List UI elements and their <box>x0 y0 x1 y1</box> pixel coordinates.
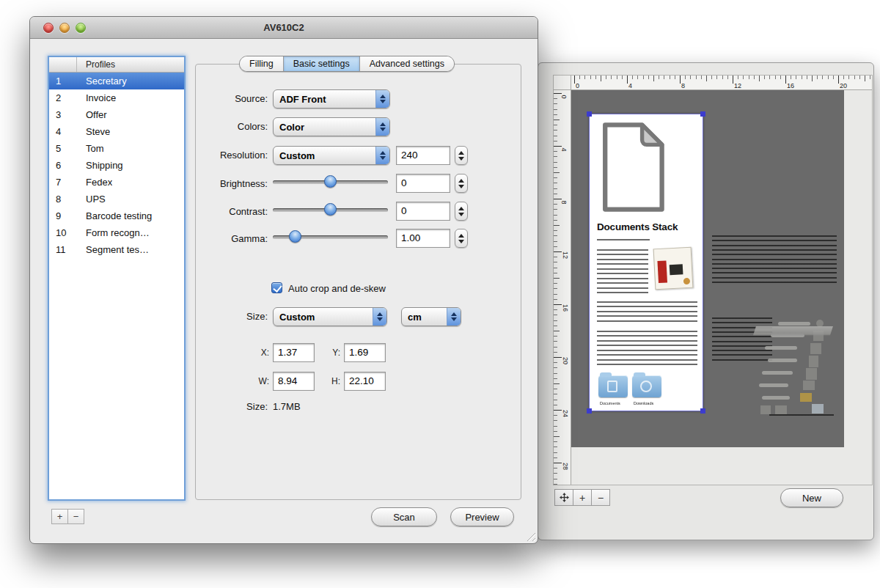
gamma-field[interactable]: 1.00 <box>396 229 450 248</box>
gamma-slider[interactable] <box>273 230 388 243</box>
tab-basic-settings[interactable]: Basic settings <box>283 56 359 71</box>
page-text-blur <box>597 249 648 295</box>
profiles-header[interactable]: Profiles <box>49 57 184 73</box>
main-window: AV610C2 Profiles 1Secretary2Invoice3Offe… <box>29 16 538 544</box>
profiles-list[interactable]: 1Secretary2Invoice3Offer4Steve5Tom6Shipp… <box>49 73 184 258</box>
brightness-label: Brightness: <box>196 178 268 189</box>
tab-filling[interactable]: Filling <box>240 56 283 71</box>
folder-label: Downloads <box>634 401 653 405</box>
inline-image-coin <box>683 278 690 284</box>
popup-arrows-icon <box>375 118 389 136</box>
add-profile-button[interactable]: + <box>51 509 68 524</box>
stack-graphic <box>758 322 835 410</box>
source-label: Source: <box>196 93 268 104</box>
tab-bar: FillingBasic settingsAdvanced settings <box>239 56 455 72</box>
profile-row[interactable]: 5Tom <box>49 140 184 157</box>
tab-advanced-settings[interactable]: Advanced settings <box>359 56 454 71</box>
ruler-label: 20 <box>562 357 569 364</box>
filesize-value: 1.7MB <box>273 401 301 412</box>
page-heading: Documents Stack <box>597 221 678 232</box>
scan-canvas[interactable]: Documents Stack Documents Downloads <box>571 90 844 447</box>
x-label: X: <box>253 348 269 358</box>
profiles-panel: Profiles 1Secretary2Invoice3Offer4Steve5… <box>48 56 186 501</box>
inline-image-dark-block <box>670 264 683 275</box>
source-popup[interactable]: ADF Front <box>273 89 390 109</box>
window-title: AV610C2 <box>30 22 538 33</box>
profile-row[interactable]: 7Fedex <box>49 174 184 191</box>
page-text-blur <box>597 301 697 323</box>
slider-thumb[interactable] <box>289 230 301 243</box>
profile-row[interactable]: 2Invoice <box>49 89 184 106</box>
h-label: H: <box>324 376 340 386</box>
x-field[interactable]: 1.37 <box>273 343 315 362</box>
stack-base <box>753 326 833 335</box>
preview-button[interactable]: Preview <box>450 507 514 526</box>
preview-canvas-area: 048121620 0481216202428 Documents Stack <box>553 75 873 485</box>
colors-popup[interactable]: Color <box>273 117 390 136</box>
resolution-stepper[interactable] <box>455 146 468 165</box>
ruler-corner <box>554 76 571 90</box>
titlebar[interactable]: AV610C2 <box>30 17 538 39</box>
resolution-popup[interactable]: Custom <box>273 146 390 165</box>
remove-profile-button[interactable]: − <box>67 509 84 524</box>
profile-row[interactable]: 3Offer <box>49 106 184 123</box>
contrast-stepper[interactable] <box>455 202 468 221</box>
new-button[interactable]: New <box>780 488 843 507</box>
scanned-page[interactable]: Documents Stack Documents Downloads <box>589 114 703 411</box>
crop-handle[interactable] <box>587 408 592 414</box>
ruler-label: 4 <box>628 82 632 89</box>
auto-crop-checkbox[interactable] <box>271 282 282 293</box>
backside-text-blur <box>712 235 838 427</box>
ruler-label: 8 <box>560 200 568 204</box>
contrast-slider[interactable] <box>273 203 388 216</box>
contrast-field[interactable]: 0 <box>396 202 450 221</box>
ruler-label: 0 <box>560 95 568 98</box>
ruler-label: 0 <box>576 82 579 89</box>
ruler-label: 16 <box>787 82 794 89</box>
profile-row[interactable]: 10Form recogn… <box>49 224 184 241</box>
size-value: Custom <box>274 312 373 323</box>
size-popup[interactable]: Custom <box>273 307 387 326</box>
vertical-ruler: 0481216202428 <box>554 90 571 485</box>
move-icon <box>560 493 569 502</box>
preview-window: 048121620 0481216202428 Documents Stack <box>538 62 874 540</box>
unit-popup[interactable]: cm <box>401 307 461 326</box>
crop-handle[interactable] <box>700 111 705 117</box>
move-tool-button[interactable] <box>554 489 573 506</box>
slider-thumb[interactable] <box>324 175 337 188</box>
slider-thumb[interactable] <box>324 203 337 216</box>
ruler-label: 16 <box>562 304 569 312</box>
w-field[interactable]: 8.94 <box>273 372 315 391</box>
profile-row[interactable]: 6Shipping <box>49 157 184 174</box>
profile-row[interactable]: 11Segment tes… <box>49 241 184 258</box>
folder-download-glyph <box>640 381 652 392</box>
y-field[interactable]: 1.69 <box>344 343 386 362</box>
colors-label: Colors: <box>196 121 268 132</box>
ruler-label: 8 <box>681 82 685 89</box>
brightness-stepper[interactable] <box>455 174 468 193</box>
folder-label: Documents <box>600 401 620 405</box>
scan-button[interactable]: Scan <box>371 507 437 526</box>
filesize-label: Size: <box>196 401 268 412</box>
resolution-value: Custom <box>274 150 375 161</box>
profile-row[interactable]: 4Steve <box>49 123 184 140</box>
resize-grip[interactable] <box>524 530 535 541</box>
crop-handle[interactable] <box>700 408 705 414</box>
preview-tools: + − <box>554 489 610 506</box>
brightness-field[interactable]: 0 <box>396 174 450 193</box>
colors-value: Color <box>274 122 375 133</box>
resolution-number-field[interactable]: 240 <box>396 146 450 165</box>
brightness-slider[interactable] <box>273 175 388 188</box>
profile-row[interactable]: 1Secretary <box>49 73 184 89</box>
profile-row[interactable]: 8UPS <box>49 191 184 207</box>
page-inline-image <box>653 247 694 290</box>
document-icon <box>600 120 666 214</box>
ruler-label: 4 <box>560 147 568 151</box>
zoom-in-button[interactable]: + <box>573 489 592 506</box>
popup-arrows-icon <box>375 90 389 108</box>
profile-row[interactable]: 9Barcode testing <box>49 207 184 224</box>
h-field[interactable]: 22.10 <box>344 372 386 391</box>
zoom-out-button[interactable]: − <box>591 489 610 506</box>
crop-handle[interactable] <box>587 111 592 117</box>
gamma-stepper[interactable] <box>455 229 468 248</box>
